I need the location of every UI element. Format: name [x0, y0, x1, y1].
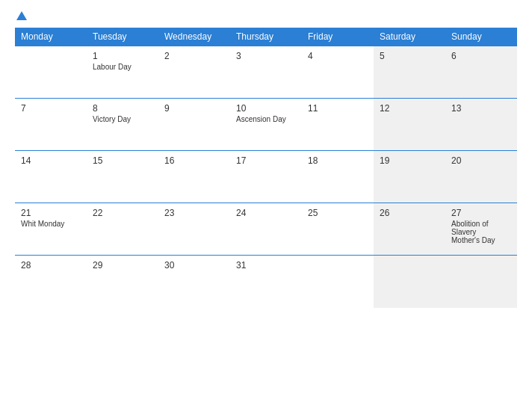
day-number: 6 [451, 51, 511, 61]
calendar-cell: 13 [445, 99, 517, 151]
calendar-cell: 14 [15, 151, 87, 203]
calendar-cell: 15 [87, 151, 158, 203]
calendar-cell [15, 46, 87, 99]
calendar-cell: 20 [445, 151, 517, 203]
calendar-cell: 29 [87, 256, 158, 308]
day-number: 19 [380, 155, 439, 166]
day-number: 22 [93, 208, 152, 218]
calendar-cell: 9 [158, 99, 230, 151]
day-number: 11 [308, 103, 368, 114]
calendar-cell: 12 [374, 99, 445, 151]
day-number: 29 [93, 260, 152, 271]
day-number: 1 [93, 51, 152, 61]
calendar-week-row: 28293031 [15, 256, 517, 308]
day-number: 14 [21, 155, 81, 166]
calendar-cell: 17 [230, 151, 302, 203]
weekday-header-sunday: Sunday [445, 28, 517, 46]
day-number: 18 [308, 155, 368, 166]
calendar-cell: 23 [158, 203, 230, 256]
calendar-cell: 18 [302, 151, 374, 203]
calendar-cell [302, 256, 374, 308]
weekday-header-friday: Friday [302, 28, 374, 46]
calendar-cell: 16 [158, 151, 230, 203]
day-number: 25 [308, 208, 368, 218]
page: MondayTuesdayWednesdayThursdayFridaySatu… [0, 0, 532, 411]
day-number: 9 [164, 103, 224, 114]
day-number: 31 [236, 260, 296, 271]
holiday-label: Victory Day [93, 115, 152, 123]
day-number: 8 [93, 103, 152, 114]
day-number: 24 [236, 208, 296, 218]
day-number: 28 [21, 260, 81, 271]
calendar-week-row: 1Labour Day23456 [15, 46, 517, 99]
calendar-cell: 11 [302, 99, 374, 151]
day-number: 5 [380, 51, 439, 61]
day-number: 10 [236, 103, 296, 114]
day-number: 4 [308, 51, 368, 61]
day-number: 7 [21, 103, 81, 114]
calendar-cell: 7 [15, 99, 87, 151]
day-number: 30 [164, 260, 224, 271]
holiday-label: Ascension Day [236, 115, 296, 123]
day-number: 13 [451, 103, 511, 114]
calendar-week-row: 14151617181920 [15, 151, 517, 203]
day-number: 17 [236, 155, 296, 166]
day-number: 16 [164, 155, 224, 166]
calendar-cell [445, 256, 517, 308]
calendar-cell: 10Ascension Day [230, 99, 302, 151]
calendar-cell: 4 [302, 46, 374, 99]
calendar-cell: 19 [374, 151, 445, 203]
calendar-week-row: 21Whit Monday222324252627Abolition of Sl… [15, 203, 517, 256]
day-number: 27 [451, 208, 511, 218]
calendar-cell: 22 [87, 203, 158, 256]
day-number: 12 [380, 103, 439, 114]
calendar-cell: 21Whit Monday [15, 203, 87, 256]
day-number: 20 [451, 155, 511, 166]
calendar-cell: 28 [15, 256, 87, 308]
holiday-label: Labour Day [93, 63, 152, 71]
calendar-cell: 6 [445, 46, 517, 99]
calendar-cell: 8Victory Day [87, 99, 158, 151]
weekday-header-saturday: Saturday [374, 28, 445, 46]
calendar-cell: 26 [374, 203, 445, 256]
weekday-header-row: MondayTuesdayWednesdayThursdayFridaySatu… [15, 28, 517, 46]
calendar-cell: 30 [158, 256, 230, 308]
day-number: 15 [93, 155, 152, 166]
calendar-cell: 27Abolition of SlaveryMother's Day [445, 203, 517, 256]
header [15, 11, 517, 20]
calendar-cell: 25 [302, 203, 374, 256]
weekday-header-wednesday: Wednesday [158, 28, 230, 46]
day-number: 2 [164, 51, 224, 61]
holiday-label: Whit Monday [21, 220, 81, 228]
logo [15, 11, 28, 20]
calendar-week-row: 78Victory Day910Ascension Day111213 [15, 99, 517, 151]
weekday-header-thursday: Thursday [230, 28, 302, 46]
day-number: 26 [380, 208, 439, 218]
calendar-table: MondayTuesdayWednesdayThursdayFridaySatu… [15, 28, 517, 308]
holiday-label: Abolition of SlaveryMother's Day [451, 220, 511, 244]
calendar-cell [374, 256, 445, 308]
calendar-cell: 24 [230, 203, 302, 256]
calendar-cell: 2 [158, 46, 230, 99]
logo-triangle-icon [16, 11, 27, 20]
calendar-cell: 31 [230, 256, 302, 308]
day-number: 23 [164, 208, 224, 218]
calendar-cell: 1Labour Day [87, 46, 158, 99]
calendar-cell: 3 [230, 46, 302, 99]
calendar-cell: 5 [374, 46, 445, 99]
day-number: 3 [236, 51, 296, 61]
weekday-header-tuesday: Tuesday [87, 28, 158, 46]
day-number: 21 [21, 208, 81, 218]
weekday-header-monday: Monday [15, 28, 87, 46]
